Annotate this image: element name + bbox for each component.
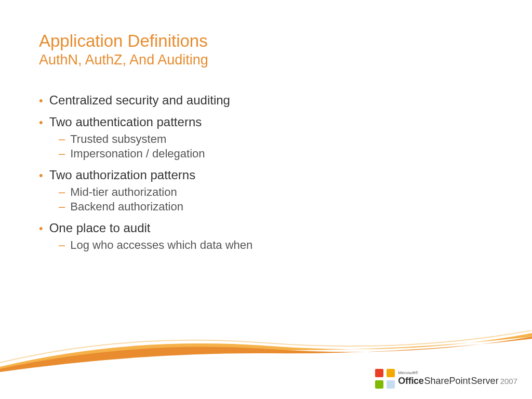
dash-icon: – — [59, 132, 65, 146]
sub-item: – Mid-tier authorization — [59, 185, 493, 199]
dash-icon: – — [59, 147, 65, 161]
swoosh-decoration — [0, 330, 532, 372]
sharepoint-word: SharePoint — [424, 376, 471, 387]
office-word: Office — [398, 376, 423, 387]
bullet-group: • Centralized security and auditing — [39, 93, 493, 108]
slide: Application Definitions AuthN, AuthZ, An… — [0, 0, 532, 399]
bullet-group: • Two authentication patterns – Trusted … — [39, 115, 493, 161]
bullet-text: Two authentication patterns — [49, 115, 202, 129]
sub-text: Impersonation / delegation — [70, 147, 205, 161]
dash-icon: – — [59, 185, 65, 199]
sub-text: Backend authorization — [70, 200, 183, 214]
sub-text: Log who accesses which data when — [70, 238, 252, 252]
sub-text: Trusted subsystem — [70, 132, 166, 146]
office-logo-icon — [375, 369, 395, 389]
bullet-group: • Two authorization patterns – Mid-tier … — [39, 168, 493, 214]
sub-item: – Impersonation / delegation — [59, 147, 493, 161]
bullet-item: • One place to audit — [39, 221, 493, 235]
bullet-text: One place to audit — [49, 221, 151, 235]
sub-item: – Trusted subsystem — [59, 132, 493, 146]
bullet-item: • Two authorization patterns — [39, 168, 493, 182]
product-logo: Microsoft® Office SharePoint Server 2007 — [375, 369, 517, 389]
bullet-item: • Centralized security and auditing — [39, 93, 493, 108]
sub-text: Mid-tier authorization — [70, 185, 177, 199]
bullet-icon: • — [39, 223, 43, 234]
bullet-item: • Two authentication patterns — [39, 115, 493, 129]
sub-item: – Log who accesses which data when — [59, 238, 493, 252]
bullet-icon: • — [39, 117, 43, 128]
slide-title: Application Definitions — [39, 31, 493, 51]
slide-subtitle: AuthN, AuthZ, And Auditing — [39, 52, 493, 68]
slide-body: • Centralized security and auditing • Tw… — [39, 93, 493, 252]
bullet-text: Two authorization patterns — [49, 168, 196, 182]
product-title-row: Office SharePoint Server 2007 — [398, 376, 517, 387]
bullet-icon: • — [39, 95, 43, 107]
server-word: Server — [471, 376, 499, 387]
dash-icon: – — [59, 238, 65, 252]
product-name: Microsoft® Office SharePoint Server 2007 — [398, 371, 517, 387]
microsoft-label: Microsoft® — [398, 371, 517, 375]
bullet-icon: • — [39, 170, 43, 181]
bullet-group: • One place to audit – Log who accesses … — [39, 221, 493, 252]
year-label: 2007 — [500, 377, 517, 385]
bullet-text: Centralized security and auditing — [49, 93, 230, 108]
dash-icon: – — [59, 200, 65, 214]
sub-item: – Backend authorization — [59, 200, 493, 214]
